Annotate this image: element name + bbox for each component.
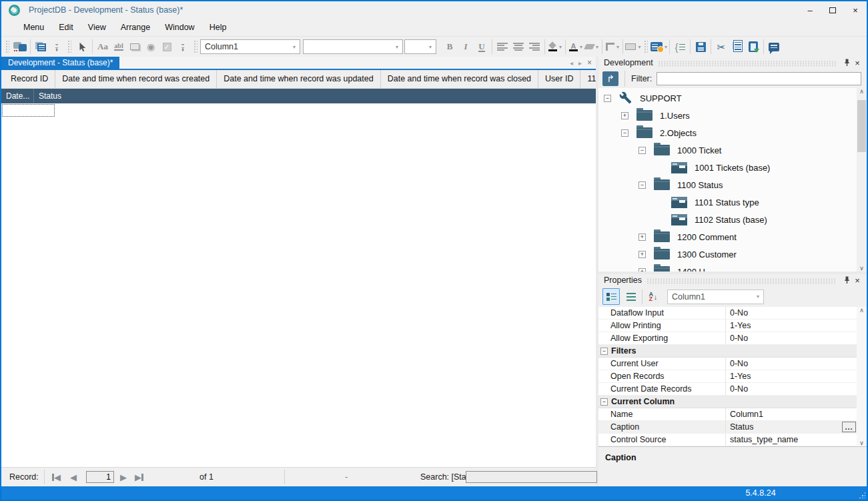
field-button-date-and-time-when-record-was-created[interactable]: Date and time when record was created: [55, 70, 217, 88]
property-row-name[interactable]: NameColumn1: [598, 408, 857, 421]
tab-scroll-left-icon[interactable]: ◂: [570, 59, 573, 67]
maximize-button[interactable]: [821, 1, 844, 19]
property-row-current-user[interactable]: Current User0-No: [598, 358, 857, 370]
underline-button[interactable]: U: [474, 39, 490, 55]
button-tool-button[interactable]: [127, 39, 143, 55]
menu-item-window[interactable]: Window: [157, 20, 201, 35]
tree-item-1102-status-base[interactable]: 1102 Status (base): [598, 211, 857, 228]
resize-grip-icon[interactable]: [859, 492, 865, 498]
align-right-button[interactable]: [526, 39, 542, 55]
scroll-up-icon[interactable]: ∧: [859, 88, 864, 95]
tree-item-1100-status[interactable]: −1100 Status: [598, 176, 857, 193]
close-panel-icon[interactable]: ×: [852, 276, 863, 286]
scrollbar-thumb[interactable]: [857, 100, 866, 152]
categorized-view-button[interactable]: [602, 288, 620, 305]
property-row-allow-printing[interactable]: Allow Printing1-Yes: [598, 320, 857, 332]
property-row-open-records[interactable]: Open Records1-Yes: [598, 370, 857, 383]
highlight-button[interactable]: ▾: [584, 39, 600, 55]
property-row-dataflow-input[interactable]: Dataflow Input0-No: [598, 307, 857, 320]
save-button[interactable]: [693, 39, 709, 55]
record-number-input[interactable]: [86, 471, 114, 483]
field-button-date-and-time-when-record-was-updated[interactable]: Date and time when record was updated: [217, 70, 380, 88]
scroll-down-icon[interactable]: ∨: [859, 265, 864, 272]
property-row-caption[interactable]: CaptionStatus...: [598, 421, 857, 434]
goto-object-button[interactable]: ↱: [602, 71, 618, 86]
scroll-up-icon[interactable]: ∧: [859, 307, 864, 314]
property-row-current-date-records[interactable]: Current Date Records0-No: [598, 383, 857, 396]
properties-scrollbar[interactable]: ∧ ∨: [857, 307, 867, 446]
expand-icon[interactable]: +: [638, 233, 646, 241]
close-panel-icon[interactable]: ×: [852, 58, 863, 68]
tree-item-1101-status-type[interactable]: 1101 Status type: [598, 193, 857, 211]
expand-icon[interactable]: +: [638, 251, 646, 258]
collapse-icon[interactable]: −: [600, 398, 608, 406]
select-tool-button[interactable]: [74, 39, 90, 55]
scroll-down-icon[interactable]: ∨: [859, 440, 864, 446]
menu-item-edit[interactable]: Edit: [51, 20, 81, 35]
tab-close-icon[interactable]: ×: [587, 58, 592, 67]
tree-item-support[interactable]: −SUPPORT: [598, 89, 857, 107]
field-button-user-id[interactable]: User ID: [538, 70, 580, 88]
pin-icon[interactable]: [841, 276, 852, 284]
menu-item-menu[interactable]: Menu: [16, 20, 51, 35]
pin-icon[interactable]: [841, 59, 852, 67]
field-button-date-and-time-when-record-was-closed[interactable]: Date and time when record was closed: [381, 70, 538, 88]
grid-column-date[interactable]: Date...: [1, 89, 34, 103]
last-record-button[interactable]: ▶: [135, 468, 143, 486]
menu-item-help[interactable]: Help: [202, 20, 234, 35]
list-view-button[interactable]: [622, 288, 640, 305]
label-tool-button[interactable]: Aa: [95, 39, 111, 55]
tab-development-status[interactable]: Development - Status (base)*: [1, 57, 119, 69]
tree-item-1200-comment[interactable]: +1200 Comment: [598, 228, 857, 245]
index-list-button[interactable]: {: [672, 39, 688, 55]
tools-overflow-button[interactable]: ⌄⌄▾: [175, 39, 191, 55]
checkbox-tool-button[interactable]: ✓: [159, 39, 175, 55]
toolbar-overflow-button[interactable]: ⌄⌄▾: [49, 39, 65, 55]
tree-scrollbar[interactable]: ∧ ∨: [857, 88, 867, 272]
copy-button[interactable]: [729, 39, 745, 55]
border-style-button[interactable]: ▾: [604, 39, 620, 55]
focused-cell[interactable]: [2, 104, 55, 117]
tab-scroll-right-icon[interactable]: ▸: [578, 59, 582, 67]
filter-input[interactable]: [657, 72, 861, 85]
minimize-button[interactable]: –: [799, 1, 821, 19]
close-button[interactable]: ×: [844, 1, 867, 19]
menu-item-view[interactable]: View: [81, 20, 113, 35]
comment-button[interactable]: [766, 39, 782, 55]
collapse-icon[interactable]: −: [638, 181, 646, 189]
fill-color-button[interactable]: ▾: [547, 39, 563, 55]
align-left-button[interactable]: [494, 39, 510, 55]
tree-item-1300-customer[interactable]: +1300 Customer: [598, 245, 857, 263]
toolbar-grip[interactable]: [193, 40, 197, 53]
cut-button[interactable]: ✂: [713, 39, 729, 55]
tree-item-1-users[interactable]: +1.Users: [598, 107, 857, 124]
paste-button[interactable]: [745, 39, 761, 55]
toolbar-grip[interactable]: [644, 40, 648, 53]
font-size-combobox[interactable]: ▾: [404, 39, 436, 54]
form-properties-button[interactable]: ▾: [650, 39, 667, 55]
radio-tool-button[interactable]: ◉: [143, 39, 159, 55]
toolbar-grip[interactable]: [5, 40, 9, 53]
search-input[interactable]: [466, 471, 597, 483]
column-combobox[interactable]: Column1▾: [200, 39, 300, 54]
ellipsis-button[interactable]: ...: [842, 422, 856, 432]
property-row-allow-exporting[interactable]: Allow Exporting0-No: [598, 332, 857, 345]
font-combobox[interactable]: ▾: [303, 39, 403, 54]
tree-item-1001-tickets-base[interactable]: 1001 Tickets (base): [598, 159, 857, 176]
menu-item-arrange[interactable]: Arrange: [113, 20, 157, 35]
collapse-icon[interactable]: −: [638, 147, 646, 154]
field-button-record-id[interactable]: Record ID: [4, 70, 55, 88]
grid-column-status[interactable]: Status: [34, 89, 61, 103]
align-center-button[interactable]: [510, 39, 526, 55]
collapse-icon[interactable]: −: [621, 129, 628, 137]
data-view-button[interactable]: [33, 39, 49, 55]
textbox-tool-button[interactable]: abl: [111, 39, 127, 55]
tree-item-2-objects[interactable]: −2.Objects: [598, 124, 857, 141]
next-record-button[interactable]: ▶: [120, 468, 127, 486]
bold-button[interactable]: B: [442, 39, 458, 55]
properties-column-combobox[interactable]: Column1▾: [667, 290, 764, 304]
collapse-icon[interactable]: −: [604, 95, 611, 102]
font-color-button[interactable]: A▾: [568, 39, 584, 55]
grid-body[interactable]: [1, 103, 596, 467]
shape-button[interactable]: ▾: [625, 39, 641, 55]
